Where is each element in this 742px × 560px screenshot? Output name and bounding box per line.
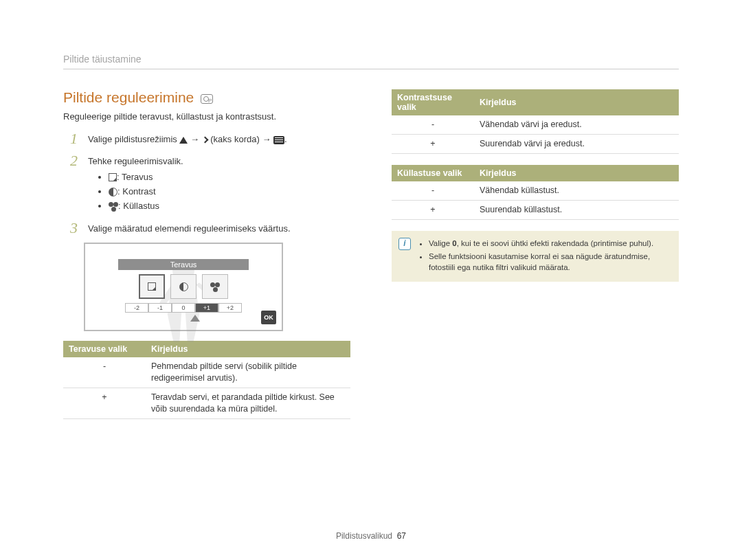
text: (kaks korda) <box>210 134 262 144</box>
th-option: Kontrastsuse valik <box>392 89 474 115</box>
camera-mode-icon <box>201 94 213 104</box>
cell-desc: Suurendab värvi ja eredust. <box>474 134 679 153</box>
cell-desc: Vähendab küllastust. <box>474 181 679 200</box>
text: : Küllastus <box>118 201 159 211</box>
step-2: 2 Tehke reguleerimisvalik. : Teravus : K… <box>63 153 350 214</box>
cell-symbol: - <box>63 357 146 388</box>
cell-symbol: - <box>392 181 474 200</box>
cell-symbol: + <box>392 200 474 219</box>
cell-desc: Pehmendab piltide servi (sobilik piltide… <box>146 357 350 388</box>
th-desc: Kirjeldus <box>474 89 679 115</box>
th-option: Teravuse valik <box>63 341 146 357</box>
footer-section: Pildistusvalikud <box>336 531 392 541</box>
text: , kui te ei soovi ühtki efekti rakendada… <box>457 239 653 247</box>
step-text: Valige määratud elemendi reguleerimiseks… <box>88 221 291 236</box>
step-number: 2 <box>70 153 81 214</box>
scale-tick[interactable]: 0 <box>172 303 195 313</box>
bullet-sharpness: : Teravus <box>109 171 183 184</box>
info-note: i Valige 0, kui te ei soovi ühtki efekti… <box>392 231 679 282</box>
sharpness-icon <box>109 173 117 181</box>
mock-contrast-button[interactable] <box>170 274 196 299</box>
step-3: 3 Valige määratud elemendi reguleerimise… <box>63 221 350 236</box>
th-desc: Kirjeldus <box>474 165 679 181</box>
mock-icon-row <box>96 274 271 299</box>
table-row: + Suurendab värvi ja eredust. <box>392 134 679 153</box>
scale-pointer-icon <box>190 315 200 322</box>
scale-tick[interactable]: +2 <box>218 303 242 313</box>
cell-desc: Vähendab värvi ja eredust. <box>474 115 679 134</box>
cell-symbol: + <box>392 134 474 153</box>
right-column: Kontrastsuse valik Kirjeldus - Vähendab … <box>392 89 679 430</box>
note-item: Selle funktsiooni kasutamise korral ei s… <box>429 251 671 273</box>
step-text: Tehke reguleerimisvalik. : Teravus : Kon… <box>88 153 183 214</box>
bullet-saturation: : Küllastus <box>109 200 183 213</box>
kyllastus-table: Küllastuse valik Kirjeldus - Vähendab kü… <box>392 165 679 220</box>
cell-desc: Suurendab küllastust. <box>474 200 679 219</box>
th-option: Küllastuse valik <box>392 165 474 181</box>
info-icon: i <box>398 238 411 250</box>
saturation-icon <box>109 202 118 210</box>
menu-icon <box>273 136 284 144</box>
scale-tick[interactable]: -1 <box>148 303 172 313</box>
chevron-right-icon <box>201 137 208 144</box>
table-row: - Vähendab küllastust. <box>392 181 679 200</box>
kontrast-table: Kontrastsuse valik Kirjeldus - Vähendab … <box>392 89 679 154</box>
mock-scale: -2 -1 0 +1 +2 <box>96 303 271 313</box>
divider <box>63 69 679 69</box>
cell-symbol: - <box>392 115 474 134</box>
text: : Teravus <box>117 172 153 182</box>
scale-tick-selected[interactable]: +1 <box>195 303 218 313</box>
contrast-icon <box>109 188 117 197</box>
mock-sharpness-button[interactable] <box>139 274 165 299</box>
text: Valige pildistusrežiimis <box>88 134 179 144</box>
contrast-icon <box>179 282 188 291</box>
step-1: 1 Valige pildistusrežiimis → (kaks korda… <box>63 131 350 146</box>
up-triangle-icon <box>179 137 188 144</box>
breadcrumb: Piltide täiustamine <box>63 54 142 69</box>
intro-text: Reguleerige piltide teravust, küllastust… <box>63 111 350 122</box>
table-row: - Vähendab värvi ja eredust. <box>392 115 679 134</box>
scale-tick[interactable]: -2 <box>125 303 148 313</box>
text: Tehke reguleerimisvalik. <box>88 156 183 166</box>
left-column: Piltide reguleerimine Reguleerige piltid… <box>63 89 350 430</box>
ok-button[interactable]: OK <box>261 311 276 324</box>
mock-label: Teravus <box>118 259 249 270</box>
step-number: 3 <box>70 221 81 236</box>
saturation-icon <box>210 282 220 291</box>
title-text: Piltide reguleerimine <box>63 89 194 106</box>
text: : Kontrast <box>117 186 156 197</box>
text: Valige <box>429 239 452 247</box>
teravus-table: Teravuse valik Kirjeldus - Pehmendab pil… <box>63 341 350 419</box>
step-number: 1 <box>70 131 81 146</box>
bullet-contrast: : Kontrast <box>109 186 183 199</box>
page-footer: Pildistusvalikud 67 <box>0 531 742 541</box>
step-text: Valige pildistusrežiimis → (kaks korda) … <box>88 131 287 146</box>
page-number: 67 <box>397 531 406 541</box>
mock-saturation-button[interactable] <box>202 274 228 299</box>
page-title: Piltide reguleerimine <box>63 89 350 106</box>
camera-screen-mock: Teravus -2 -1 0 +1 +2 OK <box>84 243 283 331</box>
table-row: + Suurendab küllastust. <box>392 200 679 219</box>
note-item: Valige 0, kui te ei soovi ühtki efekti r… <box>429 238 671 249</box>
cell-desc: Teravdab servi, et parandada piltide kir… <box>146 388 350 419</box>
table-row: + Teravdab servi, et parandada piltide k… <box>63 388 350 419</box>
table-row: - Pehmendab piltide servi (sobilik pilti… <box>63 357 350 388</box>
cell-symbol: + <box>63 388 146 419</box>
sharpness-icon <box>148 282 156 291</box>
